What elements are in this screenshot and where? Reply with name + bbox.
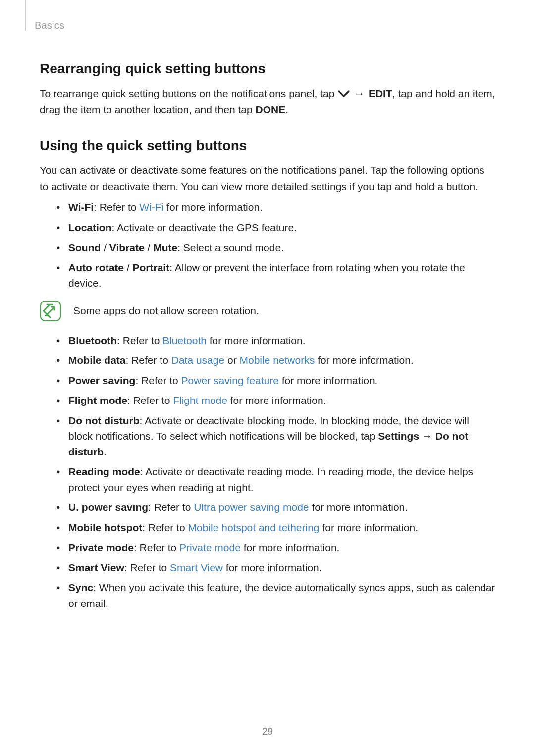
item-text: : Refer to xyxy=(126,354,171,366)
item-label: Bluetooth xyxy=(68,335,117,346)
edit-label: EDIT xyxy=(369,88,392,99)
flight-mode-link[interactable]: Flight mode xyxy=(173,395,227,406)
item-label: Sync xyxy=(68,582,93,593)
smart-view-link[interactable]: Smart View xyxy=(170,562,223,573)
note-callout: Some apps do not allow screen rotation. xyxy=(40,300,495,322)
item-label: Smart View xyxy=(68,562,124,573)
item-label: U. power saving xyxy=(68,502,148,513)
arrow-text: → xyxy=(419,430,435,442)
item-text: : Refer to xyxy=(134,542,179,553)
item-text: for more information. xyxy=(207,335,306,346)
rearranging-paragraph: To rearrange quick setting buttons on th… xyxy=(40,86,495,118)
item-text: for more information. xyxy=(279,375,378,386)
para-text: To rearrange quick setting buttons on th… xyxy=(40,88,337,99)
item-text: for more information. xyxy=(227,395,326,406)
item-label: Portrait xyxy=(133,262,170,273)
settings-label: Settings xyxy=(378,430,419,442)
arrow-text: → xyxy=(350,88,369,99)
list-item: Do not disturb: Activate or deactivate b… xyxy=(56,413,495,460)
page-content: Basics Rearranging quick setting buttons… xyxy=(0,0,535,611)
item-text: : Refer to xyxy=(94,202,139,213)
item-label: Sound xyxy=(68,242,101,253)
list-item: Private mode: Refer to Private mode for … xyxy=(56,540,495,555)
item-text: for more information. xyxy=(315,354,414,366)
mobile-networks-link[interactable]: Mobile networks xyxy=(239,354,315,366)
item-text: for more information. xyxy=(163,202,263,213)
item-sep: / xyxy=(124,262,133,273)
item-text: : Refer to xyxy=(127,395,173,406)
item-sep: / xyxy=(101,242,109,253)
header-accent-bar xyxy=(25,0,26,31)
list-item: Mobile data: Refer to Data usage or Mobi… xyxy=(56,353,495,368)
bluetooth-link[interactable]: Bluetooth xyxy=(162,335,207,346)
item-label: Flight mode xyxy=(68,395,127,406)
list-item: Wi-Fi: Refer to Wi-Fi for more informati… xyxy=(56,200,495,215)
breadcrumb: Basics xyxy=(35,20,495,31)
quick-settings-list-1: Wi-Fi: Refer to Wi-Fi for more informati… xyxy=(40,200,495,291)
item-label: Location xyxy=(68,222,112,233)
svg-rect-1 xyxy=(45,315,49,316)
wifi-link[interactable]: Wi-Fi xyxy=(139,202,163,213)
item-text: : Refer to xyxy=(135,375,181,386)
item-label: Reading mode xyxy=(68,466,140,477)
power-saving-link[interactable]: Power saving feature xyxy=(181,375,279,386)
note-icon xyxy=(40,300,61,322)
section-title-using: Using the quick setting buttons xyxy=(40,138,495,153)
using-intro-paragraph: You can activate or deactivate some feat… xyxy=(40,162,495,195)
item-sep: / xyxy=(145,242,154,253)
item-text: : Refer to xyxy=(117,335,162,346)
section-title-rearranging: Rearranging quick setting buttons xyxy=(40,61,495,77)
item-text: for more information. xyxy=(223,562,322,573)
list-item: Location: Activate or deactivate the GPS… xyxy=(56,220,495,236)
item-label: Wi-Fi xyxy=(68,202,94,213)
list-item: Flight mode: Refer to Flight mode for mo… xyxy=(56,393,495,408)
done-label: DONE xyxy=(255,104,285,115)
item-text: : Refer to xyxy=(142,522,188,533)
item-text: : Activate or deactivate the GPS feature… xyxy=(112,222,297,233)
item-label: Mobile hotspot xyxy=(68,522,142,533)
item-label: Power saving xyxy=(68,375,135,386)
item-text: or xyxy=(224,354,239,366)
item-label: Auto rotate xyxy=(68,262,124,273)
item-label: Mute xyxy=(153,242,177,253)
list-item: Auto rotate / Portrait: Allow or prevent… xyxy=(56,260,495,291)
item-text: for more information. xyxy=(241,542,340,553)
item-label: Do not disturb xyxy=(68,415,139,426)
item-text: : Select a sound mode. xyxy=(177,242,284,253)
item-label: Vibrate xyxy=(109,242,145,253)
item-text: . xyxy=(104,446,107,457)
list-item: Mobile hotspot: Refer to Mobile hotspot … xyxy=(56,520,495,536)
list-item: Sound / Vibrate / Mute: Select a sound m… xyxy=(56,240,495,255)
para-text: . xyxy=(285,104,288,115)
ultra-power-link[interactable]: Ultra power saving mode xyxy=(194,502,309,513)
item-label: Mobile data xyxy=(68,354,126,366)
item-text: for more information. xyxy=(320,522,419,533)
item-text: : When you activate this feature, the de… xyxy=(68,582,495,609)
list-item: Reading mode: Activate or deactivate rea… xyxy=(56,464,495,495)
list-item: Smart View: Refer to Smart View for more… xyxy=(56,560,495,576)
page-number: 29 xyxy=(0,726,535,737)
quick-settings-list-2: Bluetooth: Refer to Bluetooth for more i… xyxy=(40,333,495,611)
item-text: : Refer to xyxy=(148,502,194,513)
data-usage-link[interactable]: Data usage xyxy=(171,354,224,366)
mobile-hotspot-link[interactable]: Mobile hotspot and tethering xyxy=(188,522,320,533)
chevron-down-icon xyxy=(337,89,350,98)
item-label: Private mode xyxy=(68,542,134,553)
note-text: Some apps do not allow screen rotation. xyxy=(73,303,259,319)
item-text: : Refer to xyxy=(124,562,170,573)
list-item: Sync: When you activate this feature, th… xyxy=(56,580,495,611)
list-item: Power saving: Refer to Power saving feat… xyxy=(56,373,495,389)
list-item: U. power saving: Refer to Ultra power sa… xyxy=(56,500,495,515)
list-item: Bluetooth: Refer to Bluetooth for more i… xyxy=(56,333,495,349)
private-mode-link[interactable]: Private mode xyxy=(179,542,241,553)
item-text: for more information. xyxy=(309,502,408,513)
